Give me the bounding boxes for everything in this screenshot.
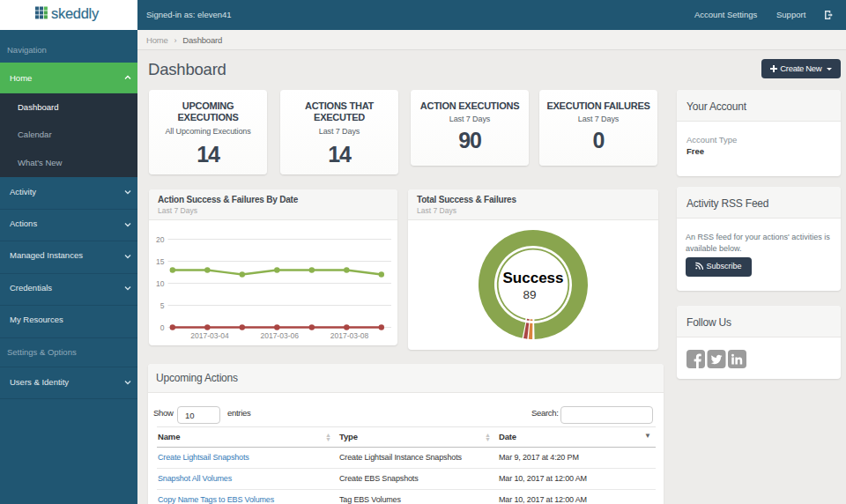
svg-text:2017-03-04: 2017-03-04 [190, 331, 229, 340]
svg-text:10: 10 [156, 279, 165, 288]
svg-text:5: 5 [160, 301, 165, 310]
svg-text:89: 89 [523, 288, 536, 301]
svg-text:2017-03-08: 2017-03-08 [330, 331, 369, 340]
svg-text:0: 0 [160, 323, 165, 332]
svg-text:2017-03-06: 2017-03-06 [260, 331, 299, 340]
svg-text:Success: Success [503, 270, 564, 286]
svg-text:skeddly: skeddly [51, 5, 100, 21]
svg-text:20: 20 [156, 235, 165, 244]
svg-text:15: 15 [156, 257, 165, 266]
